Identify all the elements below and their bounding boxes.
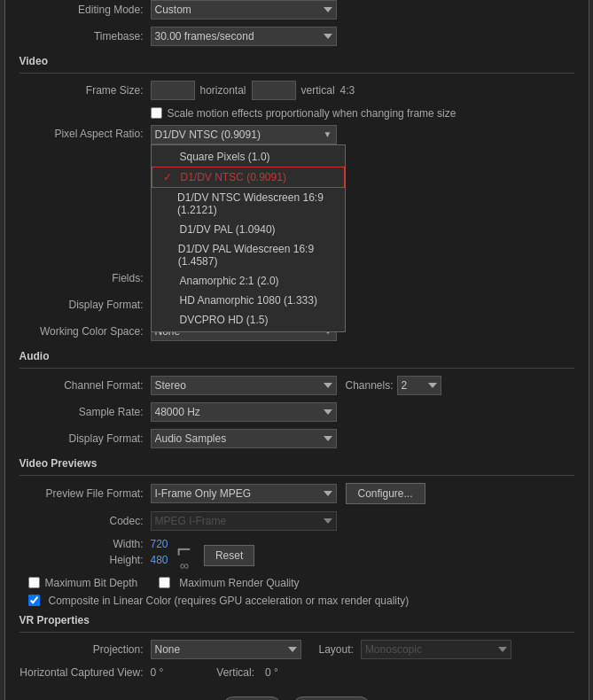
par-option-d1dv-ntsc[interactable]: ✓ D1/DV NTSC (0.9091): [152, 167, 345, 188]
channels-label: Channels:: [346, 379, 394, 392]
vr-divider: [20, 632, 574, 633]
audio-divider: [20, 368, 574, 369]
dropdown-arrow-icon: ▼: [324, 129, 332, 139]
max-render-quality-checkbox[interactable]: [159, 577, 170, 588]
channels-select[interactable]: 2: [397, 376, 441, 395]
par-option-label-3: D1/DV PAL (1.0940): [180, 223, 276, 236]
pixel-aspect-ratio-menu: Square Pixels (1.0) ✓ D1/DV NTSC (0.9091…: [151, 144, 346, 332]
vr-layout-label: Layout:: [319, 643, 354, 656]
par-option-square-pixels[interactable]: Square Pixels (1.0): [152, 147, 345, 167]
scale-motion-row: Scale motion effects proportionally when…: [151, 107, 574, 120]
working-color-space-label: Working Color Space:: [20, 325, 144, 338]
vr-layout-select[interactable]: Monoscopic: [361, 640, 511, 659]
vr-horizontal-value: 0 °: [151, 666, 164, 679]
dialog-content: Editing Mode: Custom Timebase: 30.00 fra…: [5, 0, 589, 700]
aspect-ratio-text: 4:3: [340, 84, 355, 97]
audio-display-format-select[interactable]: Audio Samples: [151, 429, 337, 448]
frame-size-label: Frame Size:: [20, 84, 144, 97]
composite-linear-label: Composite in Linear Color (requires GPU …: [49, 595, 410, 607]
vertical-label: vertical: [301, 84, 335, 97]
par-option-label-7: DVCPRO HD (1.5): [180, 314, 269, 326]
par-option-label-0: Square Pixels (1.0): [180, 151, 270, 163]
check-icon: ✓: [163, 171, 176, 183]
preview-height-value: 480: [151, 554, 168, 566]
preview-width-value: 720: [151, 538, 168, 550]
channel-format-row: Channel Format: Stereo Channels: 2: [20, 376, 574, 395]
vr-projection-row: Projection: None Layout: Monoscopic: [20, 640, 574, 659]
frame-size-row: Frame Size: 720 horizontal 480 vertical …: [20, 81, 574, 100]
composite-linear-row: Composite in Linear Color (requires GPU …: [28, 595, 574, 607]
link-chain-icon: ∞: [180, 558, 189, 572]
timebase-select[interactable]: 30.00 frames/second: [151, 27, 337, 46]
preview-width-label: Width:: [20, 538, 144, 550]
audio-display-format-label: Display Format:: [20, 432, 144, 445]
width-height-fields: Width: 720 Height: 480: [20, 538, 168, 573]
preview-height-row: Height: 480: [20, 554, 168, 566]
timebase-row: Timebase: 30.00 frames/second: [20, 27, 574, 46]
vr-projection-select[interactable]: None: [151, 640, 301, 659]
cancel-button[interactable]: Cancel: [293, 696, 370, 701]
frame-height-input[interactable]: 480: [252, 81, 296, 100]
fields-label: Fields:: [20, 272, 144, 284]
vr-vertical-label: Vertical:: [216, 666, 254, 679]
vr-horizontal-row: Horizontal Captured View: 0 ° Vertical: …: [20, 666, 574, 679]
pixel-aspect-ratio-select[interactable]: D1/DV NTSC (0.9091) ▼: [151, 125, 337, 144]
video-previews-divider: [20, 475, 574, 476]
composite-linear-checkbox[interactable]: [28, 595, 40, 606]
par-option-d1dv-pal[interactable]: D1/DV PAL (1.0940): [152, 220, 345, 239]
max-bit-depth-label: Maximum Bit Depth: [45, 577, 138, 589]
horizontal-label: horizontal: [200, 84, 246, 97]
link-bracket-group: ⌐ ∞: [177, 534, 191, 573]
pixel-aspect-ratio-row: Pixel Aspect Ratio: D1/DV NTSC (0.9091) …: [20, 125, 574, 144]
vr-projection-label: Projection:: [20, 643, 144, 656]
par-option-anamorphic[interactable]: Anamorphic 2:1 (2.0): [152, 271, 345, 291]
video-divider: [20, 73, 574, 74]
par-option-label-4: D1/DV PAL Widescreen 16:9 (1.4587): [178, 243, 334, 268]
preview-file-format-label: Preview File Format:: [20, 487, 144, 500]
editing-mode-select[interactable]: Custom: [151, 0, 337, 19]
max-render-quality-label: Maximum Render Quality: [179, 577, 299, 589]
par-option-dvcpro-hd[interactable]: DVCPRO HD (1.5): [152, 310, 345, 330]
par-option-hd-anamorphic[interactable]: HD Anamorphic 1080 (1.333): [152, 291, 345, 310]
pixel-aspect-ratio-dropdown-container: D1/DV NTSC (0.9091) ▼ Square Pixels (1.0…: [151, 125, 337, 144]
preview-file-format-row: Preview File Format: I-Frame Only MPEG C…: [20, 483, 574, 504]
pixel-aspect-ratio-label: Pixel Aspect Ratio:: [20, 128, 144, 140]
par-option-label-6: HD Anamorphic 1080 (1.333): [180, 294, 317, 307]
sample-rate-label: Sample Rate:: [20, 406, 144, 418]
max-bit-depth-checkbox[interactable]: [28, 577, 40, 588]
vr-vertical-value: 0 °: [265, 666, 278, 679]
scale-motion-checkbox[interactable]: [151, 107, 162, 119]
channel-format-label: Channel Format:: [20, 379, 144, 392]
par-option-d1dv-pal-ws[interactable]: D1/DV PAL Widescreen 16:9 (1.4587): [152, 239, 345, 271]
par-option-label-2: D1/DV NTSC Widescreen 16:9 (1.2121): [177, 191, 333, 216]
editing-mode-row: Editing Mode: Custom: [20, 0, 574, 19]
sequence-settings-dialog: Sequence Settings × Editing Mode: Custom…: [4, 0, 589, 700]
par-option-label-5: Anamorphic 2:1 (2.0): [180, 275, 279, 287]
codec-row: Codec: MPEG I-Frame: [20, 511, 574, 531]
sample-rate-select[interactable]: 48000 Hz: [151, 402, 337, 422]
editing-mode-label: Editing Mode:: [20, 4, 144, 16]
vr-section-title: VR Properties: [20, 614, 574, 626]
par-option-d1dv-ntsc-ws[interactable]: D1/DV NTSC Widescreen 16:9 (1.2121): [152, 188, 345, 220]
audio-section-title: Audio: [20, 350, 574, 362]
audio-display-format-row: Display Format: Audio Samples: [20, 429, 574, 448]
scale-motion-label: Scale motion effects proportionally when…: [168, 107, 456, 120]
sample-rate-row: Sample Rate: 48000 Hz: [20, 402, 574, 422]
preview-file-format-select[interactable]: I-Frame Only MPEG: [151, 484, 337, 503]
ok-cancel-row: OK Cancel: [20, 686, 574, 701]
video-section-title: Video: [20, 55, 574, 67]
reset-button[interactable]: Reset: [204, 545, 254, 566]
frame-width-input[interactable]: 720: [151, 81, 195, 100]
codec-select[interactable]: MPEG I-Frame: [151, 511, 337, 531]
par-option-label-1: D1/DV NTSC (0.9091): [181, 171, 286, 183]
preview-width-row: Width: 720: [20, 538, 168, 550]
video-previews-section-title: Video Previews: [20, 457, 574, 470]
configure-button[interactable]: Configure...: [346, 483, 425, 504]
ok-button[interactable]: OK: [222, 696, 282, 701]
preview-height-label: Height:: [20, 554, 144, 566]
vr-horizontal-label: Horizontal Captured View:: [20, 666, 144, 679]
channel-format-select[interactable]: Stereo: [151, 376, 337, 395]
timebase-label: Timebase:: [20, 30, 144, 43]
video-display-format-label: Display Format:: [20, 299, 144, 311]
codec-label: Codec:: [20, 515, 144, 527]
